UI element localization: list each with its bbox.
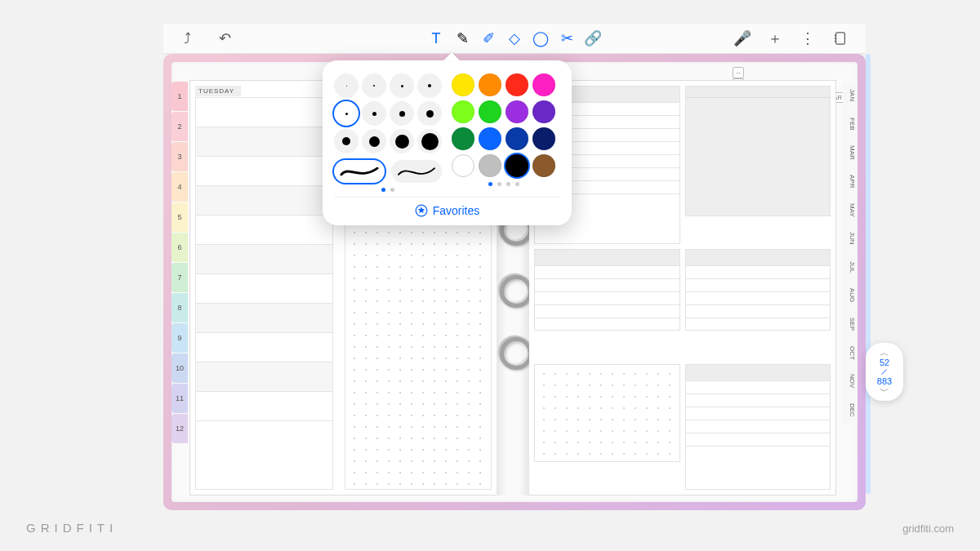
size-page-dot[interactable] [390, 188, 394, 192]
color-swatch[interactable] [479, 127, 501, 150]
left-tab-12[interactable]: 12 [172, 414, 188, 443]
color-page-dot[interactable] [506, 182, 510, 186]
color-pager [452, 182, 555, 186]
color-swatch[interactable] [532, 127, 555, 150]
list-block-a[interactable] [534, 249, 680, 331]
color-swatch[interactable] [532, 154, 555, 177]
color-swatch[interactable] [506, 154, 528, 177]
undo-icon[interactable]: ↶ [216, 29, 234, 47]
stroke-pressure-off[interactable] [391, 160, 442, 183]
left-tab-2[interactable]: 2 [172, 112, 188, 141]
pen-settings-popover: Favorites [323, 60, 572, 225]
schedule-column[interactable] [195, 97, 333, 490]
left-tab-9[interactable]: 9 [172, 323, 188, 353]
page-number-bubble[interactable]: ︿ 52 ⁄ 883 ﹀ [866, 343, 903, 401]
month-tab-jul[interactable]: JUL [843, 253, 858, 281]
chevron-up-icon[interactable]: ︿ [866, 348, 903, 358]
tool-2[interactable]: ✐ [479, 29, 497, 47]
pen-size-2[interactable] [390, 73, 414, 98]
share-icon[interactable]: ⤴︎ [178, 29, 196, 47]
right-page[interactable] [529, 80, 836, 495]
month-tab-feb[interactable]: FEB [843, 110, 858, 138]
month-tab-oct[interactable]: OCT [843, 339, 858, 367]
month-tab-sep[interactable]: SEP [843, 310, 858, 338]
tool-4[interactable]: ◯ [532, 29, 550, 47]
pen-size-0[interactable] [334, 73, 359, 98]
mic-icon[interactable]: 🎤 [733, 29, 751, 47]
color-swatch[interactable] [506, 73, 528, 96]
image-block[interactable] [685, 86, 831, 216]
favorites-button[interactable]: Favorites [334, 197, 560, 217]
left-tab-4[interactable]: 4 [172, 172, 188, 202]
color-swatch[interactable] [452, 73, 474, 96]
tool-3[interactable]: ◇ [506, 29, 523, 47]
color-swatch[interactable] [452, 127, 474, 150]
add-icon[interactable]: ＋ [766, 29, 784, 47]
color-swatch[interactable] [506, 127, 528, 150]
pen-size-7[interactable] [417, 101, 442, 126]
pen-size-6[interactable] [390, 101, 414, 126]
day-label: TUESDAY [195, 86, 241, 96]
month-tab-mar[interactable]: MAR [843, 139, 858, 167]
tool-6[interactable]: 🔗 [584, 29, 602, 47]
size-page-dot[interactable] [381, 188, 385, 192]
scroll-edge [866, 54, 871, 494]
chevron-down-icon[interactable]: ﹀ [866, 386, 903, 396]
dotgrid-block[interactable] [534, 364, 680, 462]
color-swatch[interactable] [506, 100, 528, 123]
month-tab-jan[interactable]: JAN [843, 82, 858, 109]
color-swatch[interactable] [452, 100, 474, 123]
size-pager [334, 188, 442, 192]
month-tabs: JANFEBMARAPRMAYJUNJULAUGSEPOCTNOVDEC [843, 82, 858, 424]
stroke-pressure-on[interactable] [334, 160, 385, 183]
tool-1[interactable]: ✎ [453, 29, 471, 47]
color-swatch[interactable] [479, 154, 501, 177]
pen-size-grid [334, 73, 442, 153]
month-tab-jun[interactable]: JUN [843, 224, 858, 252]
color-page-dot[interactable] [488, 182, 492, 186]
month-tab-dec[interactable]: DEC [843, 396, 858, 424]
left-tab-5[interactable]: 5 [172, 202, 188, 232]
left-tab-3[interactable]: 3 [172, 142, 188, 171]
left-tab-10[interactable]: 10 [172, 353, 188, 383]
left-tab-7[interactable]: 7 [172, 263, 188, 292]
month-tab-nov[interactable]: NOV [843, 367, 858, 395]
brand-right-url: gridfiti.com [902, 522, 954, 535]
color-swatch[interactable] [479, 73, 501, 96]
pen-size-3[interactable] [417, 73, 442, 98]
favorites-label: Favorites [433, 204, 480, 217]
color-page-dot[interactable] [515, 182, 519, 186]
top-toolbar: ⤴︎ ↶ T✎✐◇◯✂🔗 🎤 ＋ ⋮ [163, 23, 866, 54]
color-swatch[interactable] [479, 100, 501, 123]
pen-size-5[interactable] [362, 101, 386, 126]
stroke-style-row [334, 160, 442, 183]
month-tab-apr[interactable]: APR [843, 167, 858, 195]
month-tab-aug[interactable]: AUG [843, 282, 858, 309]
tool-0[interactable]: T [427, 29, 445, 47]
brand-left-logo: GRIDFITI [26, 521, 118, 535]
top-tab-icon-0[interactable]: ↔ [733, 67, 744, 78]
pen-size-10[interactable] [390, 129, 414, 153]
notes-block[interactable] [685, 364, 831, 490]
pen-size-9[interactable] [362, 129, 386, 153]
notebook-icon[interactable] [831, 29, 849, 47]
color-swatch[interactable] [532, 100, 555, 123]
pen-size-4[interactable] [334, 101, 359, 126]
color-swatch[interactable] [532, 73, 555, 96]
pen-size-8[interactable] [334, 129, 359, 153]
tool-5[interactable]: ✂ [558, 29, 576, 47]
more-icon[interactable]: ⋮ [799, 29, 817, 47]
left-number-tabs: 123456789101112 [172, 62, 188, 502]
list-block-b[interactable] [685, 249, 831, 331]
month-tab-may[interactable]: MAY [843, 196, 858, 224]
color-page-dot[interactable] [497, 182, 501, 186]
pen-size-1[interactable] [362, 73, 386, 98]
pen-size-11[interactable] [417, 129, 442, 153]
left-tab-6[interactable]: 6 [172, 233, 188, 262]
left-tab-11[interactable]: 11 [172, 384, 188, 413]
color-swatch[interactable] [452, 154, 474, 177]
ring-icon [497, 273, 529, 303]
star-icon [415, 204, 428, 217]
left-tab-8[interactable]: 8 [172, 293, 188, 322]
left-tab-1[interactable]: 1 [172, 82, 188, 111]
